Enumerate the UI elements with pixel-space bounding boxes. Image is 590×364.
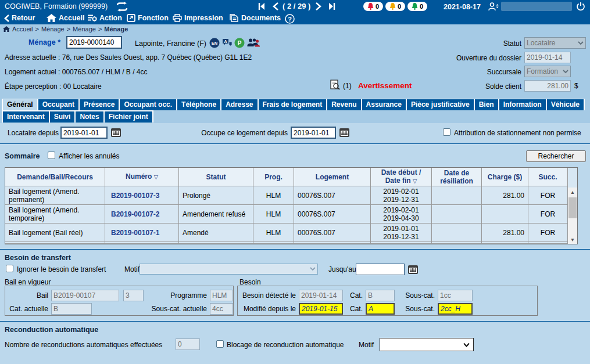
table-cell-r1-c6 <box>432 205 482 224</box>
scrollbar-down-icon[interactable]: ▼ <box>568 235 577 244</box>
breadcrumb-current: Ménage <box>104 26 128 33</box>
alert-yellow-badge[interactable]: 0 <box>385 2 405 11</box>
calendar-icon[interactable] <box>339 127 350 138</box>
parking-badge[interactable]: P <box>234 38 245 48</box>
motif-reconduction-select[interactable] <box>380 338 474 351</box>
tab-notes[interactable]: Notes <box>74 110 103 122</box>
table-cell-r0-c6 <box>432 186 482 205</box>
nav-item-accueil[interactable]: Accueil <box>47 14 84 22</box>
calendar-icon[interactable] <box>110 127 121 138</box>
calendar-icon[interactable] <box>407 264 419 275</box>
statut-select[interactable]: Locataire <box>524 37 586 49</box>
nav-item-retour[interactable]: Retour <box>3 14 35 22</box>
alert-red-badge[interactable]: 0 <box>363 2 383 11</box>
motif-reconduction-label: Motif <box>359 341 374 349</box>
table-header-2[interactable]: Statut <box>179 168 253 186</box>
adresse-value: 76, rue Des Saules Ouest, app. 7 Québec … <box>62 53 252 62</box>
alert-green-badge[interactable]: 0 <box>407 2 427 11</box>
locataire-depuis-input[interactable]: 2019-01-01 <box>60 127 108 139</box>
table-cell-r0-c4: 00076S.007 <box>294 186 371 205</box>
table-cell-partial <box>294 242 371 244</box>
tab-vehicule[interactable]: Véhicule <box>546 99 585 110</box>
tab-intervenant[interactable]: Intervenant <box>2 110 49 122</box>
occupe-input[interactable]: 2019-01-01 <box>291 127 336 139</box>
tab-bien[interactable]: Bien <box>474 99 498 110</box>
tab-occupant[interactable]: Occupant <box>37 99 78 110</box>
people-icon[interactable] <box>246 38 260 48</box>
table-cell-partial <box>179 242 253 244</box>
tab-general[interactable]: Général <box>2 99 37 110</box>
print-icon <box>173 14 182 22</box>
power-icon[interactable] <box>576 2 585 11</box>
tab-information[interactable]: Information <box>498 99 546 110</box>
separator-line <box>0 143 590 144</box>
rechercher-button[interactable]: Rechercher <box>526 150 586 162</box>
succursale-select[interactable]: Formation <box>524 66 571 77</box>
tab-revenu[interactable]: Revenu <box>326 99 360 110</box>
table-scrollbar[interactable]: ▲▼ <box>568 188 577 244</box>
table-cell-r0-c2: Prolongé <box>179 186 253 205</box>
table-cell-r1-c5: 2019-02-012019-04-30 <box>371 205 432 224</box>
ouverture-label: Ouverture du dossier <box>407 54 521 62</box>
nav-item-action[interactable]: Action <box>87 14 122 22</box>
last-page-icon[interactable] <box>328 2 336 10</box>
table-row-2[interactable]: Bail logement (Bail réel)B2019-00107-1Am… <box>5 224 577 242</box>
tab-adresse[interactable]: Adresse <box>220 99 257 110</box>
table-row-1[interactable]: Bail logement (Amend. temporaire)B2019-0… <box>5 205 577 224</box>
scrollbar-up-icon[interactable]: ▲ <box>568 188 577 196</box>
ignorer-checkbox[interactable] <box>6 265 13 272</box>
tab-telephone[interactable]: Téléphone <box>176 99 220 110</box>
table-cell-r2-c7: 281.00 <box>482 224 528 242</box>
nav-item-documents[interactable]: Documents <box>230 14 281 22</box>
nav-item-impression[interactable]: Impression <box>173 14 223 22</box>
language-en-badge[interactable]: EN <box>209 38 220 48</box>
besoin-souscat2-label: Sous-cat. <box>398 305 435 313</box>
svg-text:A: A <box>224 39 227 44</box>
nav-item-fonction[interactable]: Fonction <box>127 14 169 22</box>
breadcrumb-link-menage2[interactable]: Ménage <box>73 26 96 33</box>
attribution-checkbox[interactable] <box>443 128 450 136</box>
dropdown-chevron-icon <box>563 70 568 74</box>
motif-transfert-select[interactable] <box>140 264 318 275</box>
table-header-4[interactable]: Logement <box>294 168 371 186</box>
logement-row: Logement actuel : 00076S.007 / HLM / B /… <box>5 68 148 76</box>
table-header-0[interactable]: Demande/Bail/Recours <box>5 168 105 186</box>
tab-suivi[interactable]: Suivi <box>49 110 75 122</box>
table-header-5[interactable]: Date début /Date fin ▽ <box>371 168 432 186</box>
nav-item-help[interactable]: ? <box>285 14 295 24</box>
tab-frais-de-logement[interactable]: Frais de logement <box>258 99 327 110</box>
table-header-1[interactable]: Numéro ▽ <box>105 168 179 186</box>
svg-text:P: P <box>238 40 242 46</box>
first-page-icon[interactable] <box>258 2 266 10</box>
blocage-checkbox[interactable] <box>216 340 224 348</box>
scrollbar-thumb[interactable] <box>568 197 577 218</box>
table-header-6[interactable]: Date derésiliation <box>432 168 482 186</box>
bell-green-icon <box>412 3 418 10</box>
afficher-annules-label: Afficher les annulés <box>59 152 120 160</box>
table-header-8[interactable]: Succ. <box>528 168 568 186</box>
warning-doc-icon[interactable] <box>330 80 340 91</box>
afficher-annules-checkbox[interactable] <box>48 152 55 159</box>
app-title: COGIWEB, Formation (999999) <box>5 2 108 10</box>
menage-input[interactable]: 2019-0000140 <box>66 36 122 49</box>
table-cell-r0-c3: HLM <box>253 186 294 205</box>
table-row-0[interactable]: Bail logement (Amend. permanent)B2019-00… <box>5 186 577 205</box>
prev-page-icon[interactable] <box>272 2 278 10</box>
table-header-3[interactable]: Prog. <box>253 168 294 186</box>
tab-occupant-occ[interactable]: Occupant occ. <box>119 99 176 110</box>
refresh-icon[interactable] <box>116 2 128 12</box>
translate-icon[interactable]: A <box>222 38 233 48</box>
home-small-icon[interactable] <box>3 26 10 32</box>
tab-presence[interactable]: Présence <box>78 99 119 110</box>
nav-label-fonction: Fonction <box>138 14 169 22</box>
breadcrumb-link-menage1[interactable]: Ménage <box>41 26 65 33</box>
session-input[interactable] <box>501 2 572 11</box>
breadcrumb-link-accueil[interactable]: Accueil <box>12 26 33 33</box>
table-header-7[interactable]: Charge ($) <box>482 168 528 186</box>
tab-piece-justificative[interactable]: Pièce justificative <box>406 99 474 110</box>
jusquau-input[interactable] <box>356 264 405 275</box>
next-page-icon[interactable] <box>316 2 322 10</box>
user-switch-icon[interactable] <box>488 2 499 11</box>
tab-assurance[interactable]: Assurance <box>361 99 406 110</box>
tab-fichier-joint[interactable]: Fichier joint <box>103 110 153 122</box>
